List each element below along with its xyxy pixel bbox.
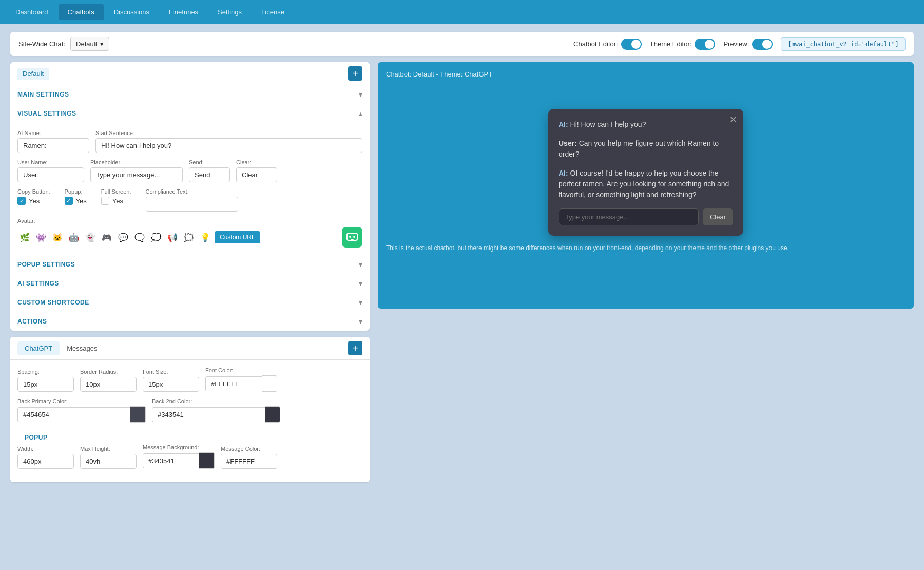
chat-message-user: User: Can you help me figure out which R… <box>559 138 733 160</box>
avatar-icon-8[interactable]: 🗨️ <box>132 230 147 244</box>
chatbot-panel-header: Default + <box>10 62 370 85</box>
popup-section-title: POPUP <box>17 429 362 444</box>
border-radius-input[interactable] <box>80 377 137 392</box>
avatar-icon-2[interactable]: 👾 <box>34 230 48 244</box>
message-bg-swatch[interactable] <box>199 452 215 469</box>
start-sentence-input[interactable] <box>95 138 362 153</box>
font-color-input-row <box>205 375 277 392</box>
visual-settings-section[interactable]: VISUAL SETTINGS ▴ <box>10 104 370 123</box>
width-label: Width: <box>17 446 74 452</box>
full-screen-checkbox[interactable] <box>101 197 109 205</box>
nav-tab-discussions[interactable]: Discussions <box>105 4 159 20</box>
avatar-icon-7[interactable]: 💬 <box>116 230 130 244</box>
nav-tab-finetunes[interactable]: Finetunes <box>160 4 207 20</box>
site-wide-dropdown[interactable]: Default ▾ <box>70 37 109 51</box>
border-radius-label: Border Radius: <box>80 369 137 375</box>
user-role-label: User: <box>559 139 577 147</box>
shortcode-box[interactable]: [mwai_chatbot_v2 id="default"] <box>781 37 906 51</box>
user-name-input[interactable] <box>17 167 84 182</box>
user-name-row: User Name: Placeholder: Send: Clear <box>17 159 362 182</box>
compliance-text-input[interactable] <box>146 197 238 212</box>
custom-shortcode-chevron: ▾ <box>359 298 362 307</box>
avatar-icon-1[interactable]: 🌿 <box>17 230 32 244</box>
main-settings-section[interactable]: MAIN SETTINGS ▾ <box>10 85 370 104</box>
font-color-swatch[interactable] <box>262 375 277 392</box>
avatar-icon-5[interactable]: 👻 <box>83 230 98 244</box>
add-theme-button[interactable]: + <box>348 341 362 355</box>
two-col-layout: Default + MAIN SETTINGS ▾ VISUAL SETTING… <box>10 62 914 482</box>
nav-tab-settings[interactable]: Settings <box>208 4 251 20</box>
avatar-icon-4[interactable]: 🤖 <box>67 230 81 244</box>
ai-settings-chevron: ▾ <box>359 279 362 288</box>
back-2nd-input[interactable] <box>152 407 265 422</box>
back-primary-input[interactable] <box>17 407 130 422</box>
back-primary-swatch[interactable] <box>130 406 146 423</box>
copy-button-checkbox[interactable]: ✓ <box>17 197 26 205</box>
preview-note: This is the actual chatbot, but there mi… <box>386 244 906 253</box>
nav-tab-dashboard[interactable]: Dashboard <box>6 4 57 20</box>
avatar-icon-3[interactable]: 🐱 <box>50 230 65 244</box>
actions-chevron: ▾ <box>359 317 362 326</box>
font-size-group: Font Size: <box>143 369 199 392</box>
chatbot-tab-default[interactable]: Default <box>17 68 49 80</box>
ai-settings-title: AI SETTINGS <box>17 280 59 287</box>
popup-checkbox-row: ✓ Yes <box>65 197 87 205</box>
theme-editor-toggle[interactable] <box>695 39 715 50</box>
chat-clear-button[interactable]: Clear <box>703 208 733 225</box>
width-input[interactable] <box>17 454 74 469</box>
custom-url-button[interactable]: Custom URL <box>215 231 260 243</box>
message-bg-label: Message Background: <box>143 444 215 450</box>
back-2nd-group: Back 2nd Color: <box>152 398 280 423</box>
avatar-icon-12[interactable]: 💡 <box>198 230 213 244</box>
toolbar-right: Chatbot Editor: Theme Editor: Preview: [… <box>573 37 906 51</box>
theme-row-2: Back Primary Color: Back 2nd Color: <box>17 398 362 423</box>
chatbot-editor-toggle[interactable] <box>621 39 642 50</box>
send-input[interactable] <box>189 167 230 182</box>
avatar-icon-6[interactable]: 🎮 <box>100 230 114 244</box>
avatar-icon-11[interactable]: 🗯️ <box>182 230 196 244</box>
message-bg-input[interactable] <box>143 453 199 468</box>
font-color-input[interactable] <box>205 376 262 391</box>
add-chatbot-button[interactable]: + <box>348 66 362 81</box>
ai-name-group: AI Name: <box>17 130 89 153</box>
popup-settings-section[interactable]: POPUP SETTINGS ▾ <box>10 255 370 274</box>
spacing-label: Spacing: <box>17 369 74 375</box>
ai-settings-section[interactable]: AI SETTINGS ▾ <box>10 274 370 293</box>
back-2nd-label: Back 2nd Color: <box>152 398 280 404</box>
max-height-group: Max Height: <box>80 446 137 469</box>
placeholder-label: Placeholder: <box>90 159 183 165</box>
preview-toggle[interactable] <box>752 39 773 50</box>
max-height-input[interactable] <box>80 454 137 469</box>
theme-tab-messages[interactable]: Messages <box>60 341 104 355</box>
chat-close-button[interactable]: ✕ <box>729 114 737 125</box>
font-size-input[interactable] <box>143 377 199 392</box>
popup-checkbox[interactable]: ✓ <box>65 197 73 205</box>
chat-message-input[interactable] <box>559 208 699 225</box>
chat-message-ai-greeting: AI: Hi! How can I help you? <box>559 119 733 130</box>
nav-tab-license[interactable]: License <box>252 4 294 20</box>
clear-group: Clear: <box>236 159 277 182</box>
avatar-icon-10[interactable]: 📢 <box>165 230 180 244</box>
toolbar-left: Site-Wide Chat: Default ▾ <box>18 37 109 51</box>
custom-shortcode-section[interactable]: CUSTOM SHORTCODE ▾ <box>10 293 370 312</box>
page-content: Site-Wide Chat: Default ▾ Chatbot Editor… <box>0 24 924 490</box>
theme-editor-label: Theme Editor: <box>650 40 692 48</box>
back-2nd-swatch[interactable] <box>265 406 280 423</box>
svg-point-1 <box>349 236 351 238</box>
width-group: Width: <box>17 446 74 469</box>
popup-value: Yes <box>76 197 87 205</box>
actions-section[interactable]: ACTIONS ▾ <box>10 312 370 331</box>
avatar-section: Avatar: 🌿 👾 🐱 🤖 👻 🎮 💬 🗨️ 💭 📢 <box>17 218 362 248</box>
theme-tab-chatgpt[interactable]: ChatGPT <box>17 341 60 355</box>
compliance-text-label: Compliance Text: <box>146 188 362 195</box>
popup-settings-chevron: ▾ <box>359 260 362 269</box>
clear-input[interactable] <box>236 167 277 182</box>
ai-name-input[interactable] <box>17 138 89 153</box>
placeholder-input[interactable] <box>90 167 183 182</box>
avatar-icon-9[interactable]: 💭 <box>149 230 163 244</box>
full-screen-group: Full Screen: Yes <box>101 188 131 205</box>
spacing-input[interactable] <box>17 377 74 392</box>
nav-tab-chatbots[interactable]: Chatbots <box>59 4 104 20</box>
chatbot-editor-label: Chatbot Editor: <box>573 40 618 48</box>
message-color-input[interactable] <box>221 454 277 469</box>
